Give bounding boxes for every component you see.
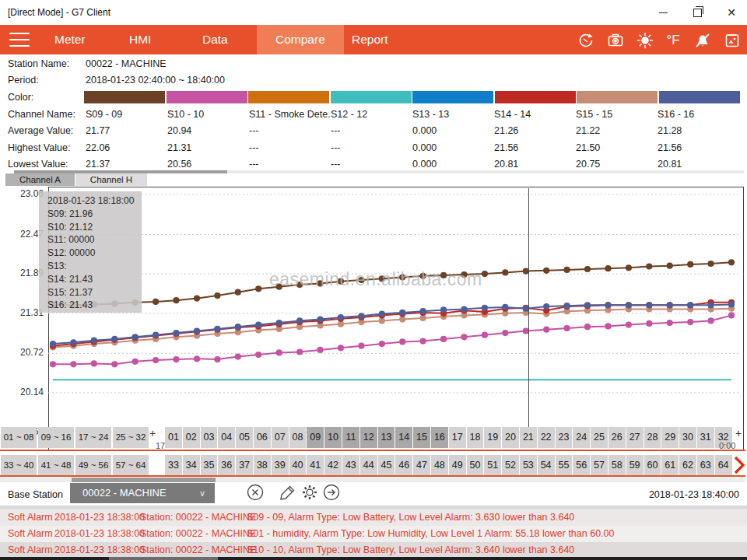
- nav-item-meter[interactable]: Meter: [36, 25, 104, 54]
- channel-button-62[interactable]: 62: [679, 455, 696, 476]
- camera-icon[interactable]: [605, 31, 626, 50]
- channel-button-23[interactable]: 23: [556, 427, 573, 448]
- channel-button-42[interactable]: 42: [324, 455, 342, 476]
- nav-item-report[interactable]: Report: [333, 25, 407, 54]
- channel-button-56[interactable]: 56: [573, 455, 590, 476]
- settings-gear-icon[interactable]: [300, 483, 321, 503]
- channel-button-54[interactable]: 54: [538, 455, 555, 476]
- channel-range-button[interactable]: 01 ~ 08: [1, 427, 37, 448]
- next-page-arrow[interactable]: [732, 455, 746, 475]
- chart-scrollbar-thumb[interactable]: [72, 478, 216, 482]
- expand-plus[interactable]: +: [149, 427, 156, 439]
- channel-button-37[interactable]: 37: [236, 455, 253, 476]
- channel-button-64[interactable]: 64: [715, 455, 732, 476]
- channel-range-button[interactable]: 41 ~ 48: [38, 455, 74, 476]
- channel-button-14[interactable]: 14: [395, 427, 412, 448]
- channel-button-35[interactable]: 35: [201, 455, 218, 476]
- tab-channel-h[interactable]: Channel H: [75, 173, 147, 186]
- clear-button[interactable]: [246, 483, 266, 503]
- channel-button-26[interactable]: 26: [608, 427, 626, 448]
- channel-range-button[interactable]: 57 ~ 64: [113, 455, 149, 476]
- channel-button-24[interactable]: 24: [573, 427, 590, 448]
- channel-button-60[interactable]: 60: [644, 455, 661, 476]
- edit-pencil-icon[interactable]: [279, 483, 299, 503]
- channel-button-19[interactable]: 19: [484, 427, 501, 448]
- channel-button-53[interactable]: 53: [520, 455, 537, 476]
- channel-button-44[interactable]: 44: [360, 455, 377, 476]
- channel-button-08[interactable]: 08: [289, 427, 307, 448]
- fahrenheit-unit[interactable]: °F: [663, 31, 683, 50]
- channel-button-06[interactable]: 06: [254, 427, 271, 448]
- channel-button-61[interactable]: 61: [661, 455, 679, 476]
- nav-item-data[interactable]: Data: [184, 25, 247, 54]
- channel-button-39[interactable]: 39: [272, 455, 289, 476]
- tab-channel-a[interactable]: Channel A: [5, 173, 75, 186]
- channel-button-22[interactable]: 22: [538, 427, 555, 448]
- channel-range-button[interactable]: 49 ~ 56: [75, 455, 111, 476]
- alarm-mute-icon[interactable]: [693, 31, 713, 50]
- channel-button-12[interactable]: 12: [360, 427, 377, 448]
- sync-icon[interactable]: [576, 31, 596, 50]
- nav-item-hmi[interactable]: HMI: [110, 25, 170, 54]
- channel-button-31[interactable]: 31: [697, 427, 714, 448]
- channel-button-01[interactable]: 01: [165, 427, 182, 448]
- restore-button[interactable]: [680, 0, 714, 25]
- brightness-icon[interactable]: [635, 31, 655, 50]
- expand-plus[interactable]: +: [735, 427, 742, 439]
- snapshot-box-icon[interactable]: [722, 31, 742, 50]
- channel-button-41[interactable]: 41: [307, 455, 324, 476]
- channel-button-29[interactable]: 29: [661, 427, 679, 448]
- alarm-row[interactable]: Soft Alarm2018-01-23 18:38:00Station: 00…: [0, 509, 747, 526]
- channel-button-43[interactable]: 43: [342, 455, 359, 476]
- channel-range-button[interactable]: 33 ~ 40: [1, 455, 37, 476]
- channel-button-05[interactable]: 05: [236, 427, 253, 448]
- nav-item-compare[interactable]: Compare: [257, 25, 344, 54]
- channel-range-button[interactable]: 17 ~ 24: [75, 427, 111, 448]
- channel-button-07[interactable]: 07: [272, 427, 289, 448]
- base-station-dropdown[interactable]: 00022 - MACHINE ∨: [70, 483, 215, 503]
- channel-button-15[interactable]: 15: [413, 427, 430, 448]
- close-button[interactable]: ✕: [714, 0, 747, 25]
- channel-button-50[interactable]: 50: [467, 455, 484, 476]
- channel-button-10[interactable]: 10: [324, 427, 342, 448]
- channel-button-17[interactable]: 17: [449, 427, 466, 448]
- channel-button-04[interactable]: 04: [218, 427, 235, 448]
- go-arrow-icon[interactable]: [322, 483, 342, 503]
- channel-button-48[interactable]: 48: [431, 455, 448, 476]
- channel-button-16[interactable]: 16: [431, 427, 448, 448]
- channel-button-18[interactable]: 18: [467, 427, 484, 448]
- channel-button-34[interactable]: 34: [183, 455, 200, 476]
- channel-button-40[interactable]: 40: [289, 455, 307, 476]
- channel-button-25[interactable]: 25: [591, 427, 608, 448]
- channel-button-38[interactable]: 38: [254, 455, 271, 476]
- alarm-row[interactable]: Soft Alarm2018-01-23 18:38:00Station: 00…: [0, 542, 747, 558]
- channel-button-55[interactable]: 55: [556, 455, 573, 476]
- channel-button-21[interactable]: 21: [520, 427, 537, 448]
- channel-button-33[interactable]: 33: [165, 455, 182, 476]
- channel-button-47[interactable]: 47: [413, 455, 430, 476]
- channel-button-59[interactable]: 59: [626, 455, 644, 476]
- channel-button-11[interactable]: 11: [342, 427, 359, 448]
- channel-button-13[interactable]: 13: [378, 427, 395, 448]
- channel-button-27[interactable]: 27: [626, 427, 644, 448]
- channel-button-45[interactable]: 45: [378, 455, 395, 476]
- channel-button-09[interactable]: 09: [307, 427, 324, 448]
- menu-icon[interactable]: [9, 33, 30, 47]
- channel-button-52[interactable]: 52: [502, 455, 519, 476]
- channel-button-58[interactable]: 58: [608, 455, 626, 476]
- channel-range-button[interactable]: 09 ~ 16: [38, 427, 74, 448]
- channel-button-02[interactable]: 02: [183, 427, 200, 448]
- channel-button-03[interactable]: 03: [201, 427, 218, 448]
- channel-button-30[interactable]: 30: [679, 427, 696, 448]
- channel-button-51[interactable]: 51: [484, 455, 501, 476]
- channel-button-63[interactable]: 63: [697, 455, 714, 476]
- channel-range-button[interactable]: 25 ~ 32: [113, 427, 149, 448]
- channel-button-28[interactable]: 28: [644, 427, 661, 448]
- channel-button-49[interactable]: 49: [449, 455, 466, 476]
- minimize-button[interactable]: [646, 0, 680, 25]
- channel-button-46[interactable]: 46: [395, 455, 412, 476]
- alarm-row[interactable]: Soft Alarm2018-01-23 18:38:00Station: 00…: [0, 526, 747, 542]
- channel-button-36[interactable]: 36: [218, 455, 235, 476]
- channel-button-57[interactable]: 57: [591, 455, 608, 476]
- chart-scrollbar[interactable]: [0, 478, 745, 482]
